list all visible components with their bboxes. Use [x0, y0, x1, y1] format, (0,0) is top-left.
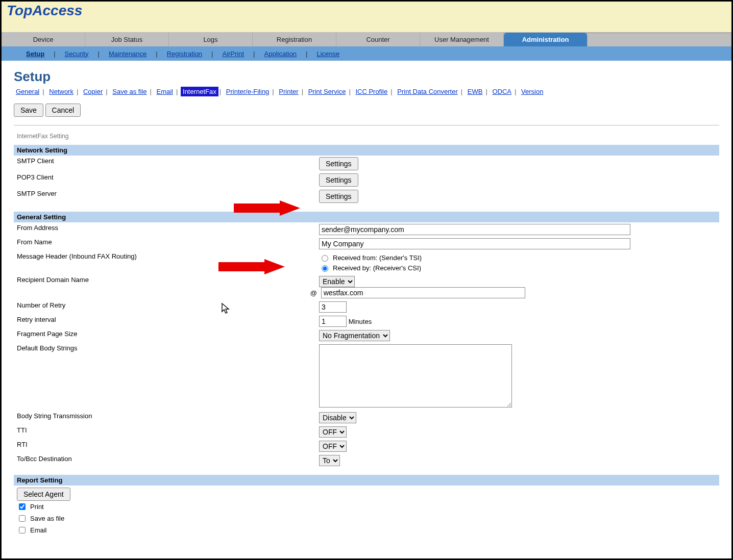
- lbl-recipient-domain: Recipient Domain Name: [14, 274, 316, 300]
- retry-interval-unit: Minutes: [349, 318, 372, 325]
- settings-pop3-client-button[interactable]: Settings: [319, 173, 358, 187]
- filter-print-data-converter[interactable]: Print Data Converter: [395, 87, 460, 96]
- tab-counter[interactable]: Counter: [336, 33, 420, 46]
- filter-odca[interactable]: ODCA: [490, 87, 514, 96]
- filter-icc-profile[interactable]: ICC Profile: [353, 87, 389, 96]
- at-symbol: @: [310, 289, 317, 297]
- radio-received-from-label: Received from: (Sender's TSI): [333, 254, 422, 262]
- filter-save-as-file[interactable]: Save as file: [110, 87, 149, 96]
- cb-save-as-file-label: Save as file: [30, 515, 64, 522]
- cb-print-input[interactable]: [19, 503, 26, 510]
- lbl-number-of-retry: Number of Retry: [14, 300, 316, 314]
- from-address-input[interactable]: [319, 224, 630, 235]
- subnav-setup[interactable]: Setup: [17, 50, 54, 58]
- lbl-default-body-strings: Default Body Strings: [14, 343, 316, 411]
- lbl-body-string-tx: Body String Transmission: [14, 411, 316, 425]
- cb-save-as-file[interactable]: Save as file: [17, 513, 716, 524]
- tab-administration[interactable]: Administration: [504, 33, 588, 46]
- tab-logs[interactable]: Logs: [169, 33, 253, 46]
- select-agent-button[interactable]: Select Agent: [17, 488, 70, 501]
- radio-received-from-input[interactable]: [322, 255, 328, 262]
- lbl-pop3-client: POP3 Client: [14, 172, 316, 188]
- filter-version[interactable]: Version: [519, 87, 545, 96]
- filter-network[interactable]: Network: [47, 87, 76, 96]
- filter-internetfax[interactable]: InternetFax: [181, 87, 218, 96]
- filter-email[interactable]: Email: [155, 87, 176, 96]
- tab-user-management[interactable]: User Management: [420, 33, 504, 46]
- tab-registration[interactable]: Registration: [253, 33, 336, 46]
- lbl-smtp-client: SMTP Client: [14, 156, 316, 172]
- section-network-setting: Network Setting: [14, 145, 719, 156]
- page-title: Setup: [14, 69, 719, 85]
- recipient-domain-input[interactable]: [321, 287, 525, 298]
- divider: [14, 125, 719, 125]
- cb-print[interactable]: Print: [17, 501, 716, 513]
- default-body-textarea[interactable]: [319, 344, 512, 408]
- network-table: SMTP Client Settings POP3 Client Setting…: [14, 156, 719, 205]
- subnav-registration[interactable]: Registration: [158, 50, 211, 58]
- filter-copier[interactable]: Copier: [81, 87, 105, 96]
- recipient-domain-enable-select[interactable]: Enable: [319, 276, 355, 287]
- subnav-security[interactable]: Security: [56, 50, 98, 58]
- cb-email-input[interactable]: [19, 527, 26, 533]
- lbl-message-header: Message Header (Inbound FAX Routing): [14, 251, 316, 274]
- lbl-tobcc: To/Bcc Destination: [14, 453, 316, 468]
- settings-smtp-server-button[interactable]: Settings: [319, 190, 358, 203]
- main-tabs: Device Job Status Logs Registration Coun…: [2, 33, 731, 46]
- radio-received-by[interactable]: Received by: (Receiver's CSI): [319, 263, 716, 273]
- lbl-from-name: From Name: [14, 237, 316, 251]
- from-name-input[interactable]: [319, 238, 630, 249]
- lbl-tti: TTI: [14, 425, 316, 439]
- rti-select[interactable]: OFF: [319, 441, 347, 452]
- content-area: Setup General| Network| Copier| Save as …: [2, 61, 731, 544]
- subnav-license[interactable]: License: [308, 50, 349, 58]
- filter-general[interactable]: General: [14, 87, 41, 96]
- retry-input[interactable]: [319, 301, 347, 313]
- settings-smtp-client-button[interactable]: Settings: [319, 157, 358, 170]
- lbl-smtp-server: SMTP Server: [14, 188, 316, 205]
- tobcc-select[interactable]: To: [319, 455, 340, 466]
- radio-received-from[interactable]: Received from: (Sender's TSI): [319, 252, 716, 263]
- filter-printer-efiling[interactable]: Printer/e-Filing: [224, 87, 272, 96]
- cb-print-label: Print: [30, 503, 44, 511]
- retry-interval-input[interactable]: [319, 316, 347, 327]
- filter-print-service[interactable]: Print Service: [306, 87, 348, 96]
- truncated-header: InternetFax Setting: [14, 132, 719, 141]
- lbl-retry-interval: Retry interval: [14, 314, 316, 328]
- filter-ewb[interactable]: EWB: [466, 87, 485, 96]
- lbl-from-address: From Address: [14, 222, 316, 237]
- logo: TopAccess: [7, 2, 726, 19]
- fragment-select[interactable]: No Fragmentation: [319, 330, 390, 341]
- sub-nav: Setup| Security| Maintenance| Registrati…: [2, 46, 731, 61]
- cb-email[interactable]: Email: [17, 524, 716, 536]
- cb-email-label: Email: [30, 526, 47, 534]
- tab-device[interactable]: Device: [2, 33, 85, 46]
- filter-printer[interactable]: Printer: [277, 87, 300, 96]
- subnav-application[interactable]: Application: [255, 50, 306, 58]
- tti-select[interactable]: OFF: [319, 426, 347, 438]
- lbl-rti: RTI: [14, 439, 316, 453]
- radio-received-by-label: Received by: (Receiver's CSI): [333, 264, 421, 272]
- general-table: From Address From Name Message Header (I…: [14, 222, 719, 468]
- tab-job-status[interactable]: Job Status: [85, 33, 169, 46]
- setup-filter-links: General| Network| Copier| Save as file| …: [14, 88, 719, 95]
- save-button[interactable]: Save: [14, 104, 43, 117]
- radio-received-by-input[interactable]: [322, 265, 328, 272]
- subnav-airprint[interactable]: AirPrint: [213, 50, 253, 58]
- lbl-fragment-page-size: Fragment Page Size: [14, 328, 316, 343]
- body-tx-select[interactable]: Disable: [319, 412, 356, 423]
- section-general-setting: General Setting: [14, 212, 719, 222]
- section-report-setting: Report Setting: [14, 475, 719, 486]
- subnav-maintenance[interactable]: Maintenance: [100, 50, 156, 58]
- top-bar: TopAccess: [2, 2, 731, 33]
- cancel-button[interactable]: Cancel: [45, 104, 81, 117]
- cb-save-as-file-input[interactable]: [19, 515, 26, 522]
